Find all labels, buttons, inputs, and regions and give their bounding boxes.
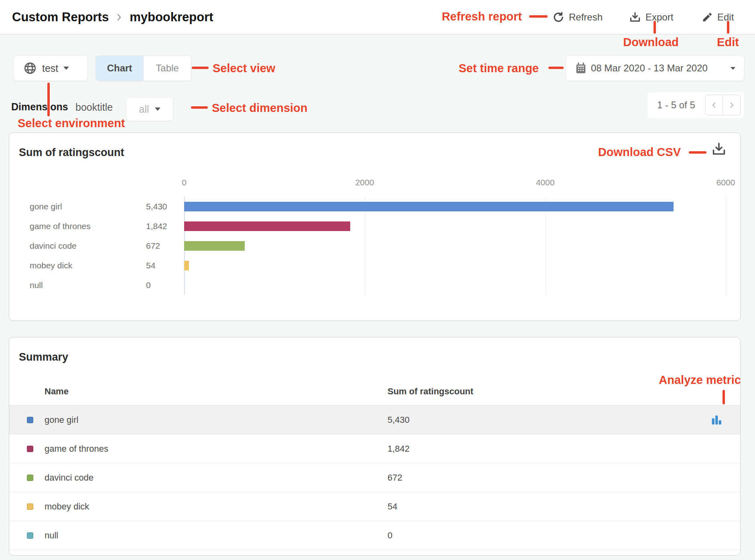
annotation-line <box>191 106 208 109</box>
table-row[interactable]: null 0 <box>9 521 740 550</box>
annotation-line <box>192 67 209 69</box>
chevron-down-icon <box>155 108 160 111</box>
table-row[interactable]: davinci code 672 <box>9 463 740 492</box>
annotation-download: Download <box>610 36 692 49</box>
table-body: gone girl 5,430 game of thrones 1,842 da… <box>9 406 740 550</box>
annotation-edit: Edit <box>709 36 747 49</box>
row-value: 54 <box>388 501 397 512</box>
chart-bar-track <box>184 241 725 251</box>
annotation-line <box>654 21 656 34</box>
chart-value-label: 0 <box>146 280 184 290</box>
chart-row: gone girl 5,430 <box>9 197 740 216</box>
chart-bar-track <box>184 280 725 290</box>
download-icon <box>629 11 641 23</box>
annotation-refresh-report: Refresh report <box>426 10 522 23</box>
chart-card: Sum of ratingscount 0 2000 4000 6000 gon… <box>9 132 741 321</box>
chart-category-label: davinci code <box>30 241 146 251</box>
row-name: davinci code <box>45 473 388 483</box>
row-value: 1,842 <box>388 444 410 454</box>
chart-row: davinci code 672 <box>9 236 740 256</box>
annotation-line <box>689 151 706 154</box>
export-label: Export <box>645 12 673 23</box>
export-button[interactable]: Export <box>629 0 673 34</box>
pagination: 1 - 5 of 5 <box>647 92 744 118</box>
chart-bar[interactable] <box>184 202 674 211</box>
chart-row: null 0 <box>9 275 740 295</box>
series-color-swatch <box>27 475 33 481</box>
row-name: mobey dick <box>45 501 388 512</box>
annotation-line <box>723 390 725 404</box>
chevron-right-icon <box>114 12 124 22</box>
dimension-filter-value: all <box>139 103 149 115</box>
chart-bar[interactable] <box>184 241 245 251</box>
row-value: 672 <box>388 473 402 483</box>
annotation-select-environment: Select environment <box>18 117 125 130</box>
annotation-line <box>529 15 548 18</box>
column-header-value[interactable]: Sum of ratingscount <box>388 386 473 397</box>
pencil-icon <box>702 12 713 23</box>
summary-title: Summary <box>19 351 68 363</box>
chart-bar[interactable] <box>184 221 350 231</box>
axis-tick: 6000 <box>716 178 735 187</box>
page-root: Custom Reports mybookreport Refresh Expo… <box>0 0 755 560</box>
series-color-swatch <box>27 446 33 452</box>
view-toggle: Chart Table <box>95 55 191 81</box>
refresh-icon <box>552 11 564 23</box>
dimension-filter-select[interactable]: all <box>126 97 173 121</box>
previous-page-button[interactable] <box>705 95 723 116</box>
axis-tick: 2000 <box>355 178 374 187</box>
chevron-down-icon <box>63 67 69 70</box>
chart-rows: gone girl 5,430 game of thrones 1,842 da… <box>9 197 740 295</box>
annotation-line <box>548 67 564 69</box>
axis-tick: 4000 <box>536 178 555 187</box>
date-range-picker[interactable]: 08 Mar 2020 - 13 Mar 2020 <box>566 55 745 81</box>
chart-value-label: 672 <box>146 241 184 251</box>
table-row[interactable]: mobey dick 54 <box>9 492 740 521</box>
edit-label: Edit <box>717 12 734 23</box>
column-header-name[interactable]: Name <box>45 386 69 397</box>
chart-value-label: 1,842 <box>146 221 184 231</box>
next-page-button[interactable] <box>723 95 741 116</box>
annotation-line <box>727 21 729 34</box>
annotation-select-dimension: Select dimension <box>212 101 308 115</box>
row-name: gone girl <box>45 415 388 425</box>
chart-bar-track <box>184 261 725 270</box>
table-row[interactable]: gone girl 5,430 <box>9 406 740 434</box>
chart-value-label: 54 <box>146 261 184 270</box>
breadcrumb-section[interactable]: Custom Reports <box>12 10 109 24</box>
dimension-name: booktitle <box>75 101 113 113</box>
page-header: Custom Reports mybookreport Refresh Expo… <box>0 0 755 34</box>
environment-select[interactable]: test <box>13 55 88 81</box>
chart-row: game of thrones 1,842 <box>9 216 740 236</box>
series-color-swatch <box>27 503 33 510</box>
chart-bar-track <box>184 202 725 211</box>
row-value: 0 <box>388 530 392 541</box>
series-color-swatch <box>27 417 33 423</box>
chart-value-label: 5,430 <box>146 202 184 211</box>
annotation-select-view: Select view <box>213 62 275 75</box>
x-axis: 0 2000 4000 6000 <box>184 178 726 189</box>
chart-row: mobey dick 54 <box>9 256 740 275</box>
breadcrumb: Custom Reports mybookreport <box>12 0 213 34</box>
refresh-button[interactable]: Refresh <box>552 0 603 34</box>
row-name: game of thrones <box>45 444 388 454</box>
download-csv-icon[interactable] <box>711 142 727 157</box>
tab-table[interactable]: Table <box>143 56 191 81</box>
chart-category-label: mobey dick <box>30 261 146 270</box>
row-name: null <box>45 530 388 541</box>
chart-bar[interactable] <box>184 261 189 270</box>
environment-value: test <box>42 63 58 74</box>
tab-chart[interactable]: Chart <box>96 56 143 81</box>
date-range-value: 08 Mar 2020 - 13 Mar 2020 <box>591 63 708 74</box>
table-row[interactable]: game of thrones 1,842 <box>9 434 740 463</box>
chart-category-label: game of thrones <box>30 221 146 231</box>
chart-category-label: null <box>30 280 146 290</box>
annotation-set-time-range: Set time range <box>442 62 539 75</box>
axis-tick: 0 <box>182 178 187 187</box>
chart-category-label: gone girl <box>30 202 146 211</box>
chart-title: Sum of ratingscount <box>19 146 124 159</box>
analyze-metric-icon[interactable] <box>710 413 723 427</box>
pagination-range: 1 - 5 of 5 <box>657 99 695 111</box>
annotation-download-csv: Download CSV <box>582 146 681 159</box>
annotation-analyze-metric: Analyze metric <box>622 373 741 387</box>
